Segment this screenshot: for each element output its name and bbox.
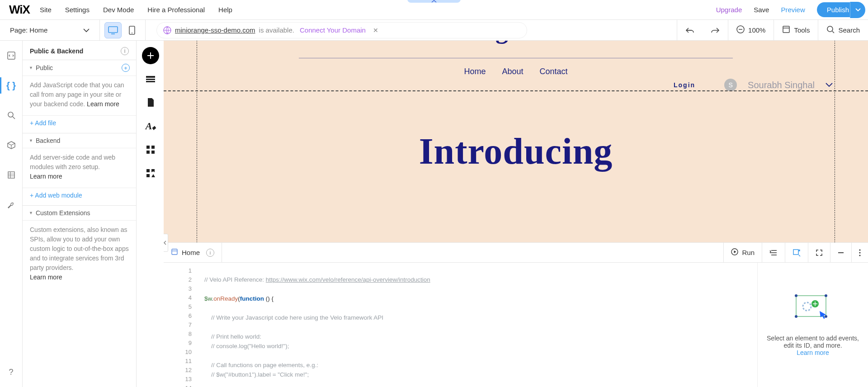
section-custom-label: Custom Extensions (36, 209, 90, 217)
section-public-header[interactable]: ▼ Public + (23, 60, 136, 76)
rail-page-code-icon[interactable] (5, 49, 18, 62)
apps-button[interactable] (142, 141, 159, 158)
more-button[interactable] (851, 243, 868, 262)
svg-rect-9 (8, 172, 14, 178)
svg-point-8 (8, 112, 13, 117)
properties-panel: Select an element to add events, edit it… (758, 263, 868, 387)
info-icon[interactable]: i (206, 249, 214, 257)
nav-home[interactable]: Home (464, 67, 486, 76)
media-button[interactable] (142, 165, 159, 182)
add-web-module-link[interactable]: + Add web module (23, 188, 136, 205)
search-button[interactable]: Search (818, 20, 868, 40)
rail-packages-icon[interactable] (5, 138, 18, 152)
close-icon[interactable]: ✕ (373, 27, 378, 34)
pages-button[interactable] (142, 94, 159, 111)
menu-hire[interactable]: Hire a Professional (147, 6, 205, 14)
line-gutter: 123456789101112131415 (164, 263, 200, 387)
code-editor[interactable]: // Velo API Reference: https://www.wix.c… (200, 263, 758, 387)
publish-dropdown[interactable] (850, 2, 865, 18)
tools-button[interactable]: Tools (774, 20, 818, 40)
zoom-control[interactable]: 100% (728, 20, 774, 40)
expand-button[interactable] (808, 243, 830, 262)
svg-point-28 (795, 315, 797, 318)
preview-nav: Home About Contact (164, 67, 868, 76)
properties-button[interactable] (785, 243, 808, 262)
floating-tools: A◆ (137, 41, 164, 387)
add-element-button[interactable] (142, 47, 159, 64)
add-public-icon[interactable]: + (122, 64, 130, 72)
minimize-button[interactable] (830, 243, 851, 262)
run-button[interactable]: Run (723, 243, 762, 262)
connect-domain-link[interactable]: Connect Your Domain (300, 26, 366, 34)
svg-point-29 (825, 315, 827, 318)
chevron-down-icon[interactable] (826, 81, 833, 89)
rail-search-icon[interactable] (5, 109, 18, 122)
canvas[interactable]: miniOrange SSO Demo Home About Contact L… (164, 41, 868, 242)
avatar[interactable]: S (724, 79, 737, 91)
backend-desc-text: Add server-side code and web modules wit… (30, 154, 115, 170)
sidepanel-title: Public & Backend (30, 47, 83, 55)
tools-icon (782, 25, 790, 35)
rail-database-icon[interactable] (5, 168, 18, 182)
page-label: Page: Home (10, 26, 47, 34)
properties-msg: Select an element to add events, edit it… (767, 335, 859, 349)
format-code-button[interactable] (762, 243, 785, 262)
menu-help[interactable]: Help (218, 6, 232, 14)
section-custom-header[interactable]: ▼ Custom Extensions (23, 205, 136, 220)
page-icon (171, 248, 178, 257)
play-icon (731, 248, 738, 257)
rail-braces-icon[interactable]: { } (5, 79, 18, 92)
menu-devmode[interactable]: Dev Mode (103, 6, 134, 14)
svg-rect-17 (146, 169, 150, 172)
side-panel: Public & Backend i ▼ Public + Add JavaSc… (23, 41, 137, 387)
search-label: Search (838, 26, 860, 34)
text-style-button[interactable]: A◆ (142, 118, 159, 135)
undo-button[interactable] (677, 20, 703, 40)
public-learn-more[interactable]: Learn more (87, 100, 119, 108)
sections-button[interactable] (142, 71, 159, 88)
add-file-link[interactable]: + Add file (23, 115, 136, 133)
section-divider (164, 90, 868, 91)
redo-button[interactable] (703, 20, 728, 40)
login-row: Login S Sourabh Singhal (674, 79, 833, 91)
svg-point-23 (859, 252, 860, 253)
custom-learn-more[interactable]: Learn more (30, 274, 62, 281)
save-link[interactable]: Save (754, 6, 769, 14)
upgrade-link[interactable]: Upgrade (716, 6, 742, 14)
nav-about[interactable]: About (502, 67, 523, 76)
svg-point-26 (795, 294, 797, 297)
svg-point-2 (132, 33, 132, 33)
top-drawer-handle[interactable] (407, 0, 461, 3)
code-toolbar: Run (723, 243, 868, 262)
code-panel: Home i Run 12345678910111213 (164, 242, 868, 387)
triangle-down-icon: ▼ (29, 211, 33, 215)
menu-site[interactable]: Site (40, 6, 52, 14)
zoom-value: 100% (748, 26, 765, 34)
tools-label: Tools (794, 26, 810, 34)
backend-learn-more[interactable]: Learn more (30, 173, 62, 180)
login-link[interactable]: Login (674, 81, 695, 89)
section-backend-header[interactable]: ▼ Backend (23, 133, 136, 148)
domain-name[interactable]: miniorange-sso-demo.com (175, 26, 255, 34)
svg-point-22 (859, 249, 860, 250)
rail-help-icon[interactable]: ? (5, 365, 18, 379)
properties-learn-more[interactable]: Learn more (797, 349, 829, 356)
code-body: 123456789101112131415 // Velo API Refere… (164, 263, 868, 387)
code-url[interactable]: https://www.wix.com/velo/reference/api-o… (266, 276, 430, 283)
nav-contact[interactable]: Contact (540, 67, 568, 76)
svg-rect-14 (151, 146, 155, 149)
mobile-device-button[interactable] (123, 22, 141, 38)
svg-rect-0 (108, 27, 118, 33)
svg-rect-5 (783, 26, 789, 33)
preview-link[interactable]: Preview (781, 6, 805, 14)
device-toggle (99, 20, 146, 40)
rail-tools-icon[interactable] (5, 198, 18, 212)
page-selector[interactable]: Page: Home (0, 26, 99, 34)
code-tab-home[interactable]: Home i (164, 243, 222, 262)
info-icon[interactable]: i (121, 47, 129, 55)
intro-heading: Introducing (164, 130, 868, 173)
menu-settings[interactable]: Settings (65, 6, 90, 14)
panel-collapse-handle[interactable] (164, 234, 168, 252)
desktop-device-button[interactable] (104, 22, 122, 38)
chevron-down-icon (83, 26, 90, 34)
